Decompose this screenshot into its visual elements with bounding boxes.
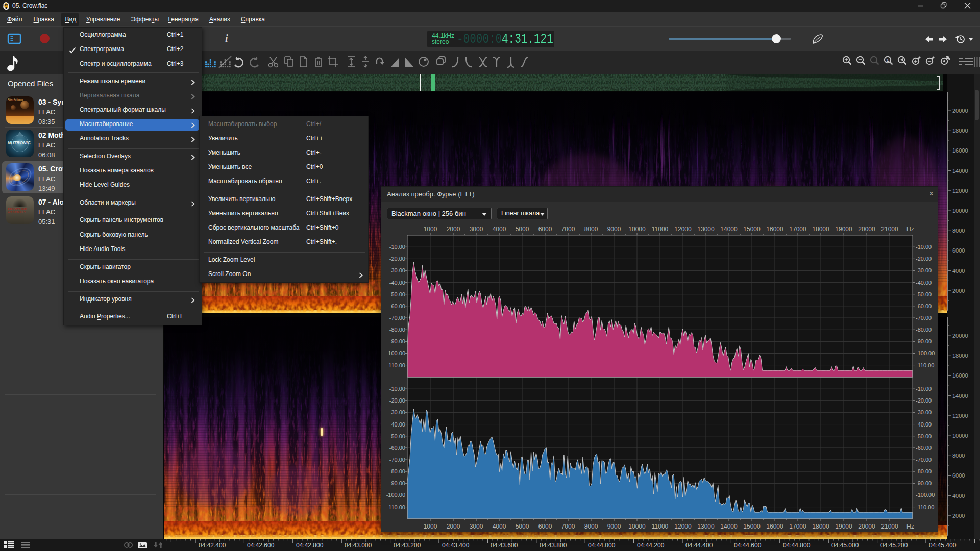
svg-text:12000: 12000: [952, 188, 968, 194]
svg-text:16000: 16000: [952, 147, 968, 154]
svg-text:10000: 10000: [952, 208, 968, 214]
svg-text:2000: 2000: [952, 513, 965, 519]
svg-text:18000: 18000: [952, 128, 968, 134]
svg-text:20000: 20000: [952, 108, 968, 114]
svg-text:2000: 2000: [952, 288, 965, 294]
svg-text:8000: 8000: [952, 228, 965, 234]
svg-text:6000: 6000: [952, 247, 965, 254]
svg-text:14000: 14000: [952, 393, 968, 399]
svg-text:12000: 12000: [952, 413, 968, 419]
svg-text:14000: 14000: [952, 168, 968, 174]
svg-text:16000: 16000: [952, 372, 968, 379]
svg-text:4000: 4000: [952, 493, 965, 499]
svg-text:1: 1: [886, 58, 889, 63]
svg-text:18000: 18000: [952, 353, 968, 359]
svg-text:4000: 4000: [952, 268, 965, 274]
svg-text:8000: 8000: [952, 453, 965, 459]
svg-text:20000: 20000: [952, 333, 968, 339]
svg-text:10000: 10000: [952, 433, 968, 439]
svg-text:6000: 6000: [952, 472, 965, 479]
